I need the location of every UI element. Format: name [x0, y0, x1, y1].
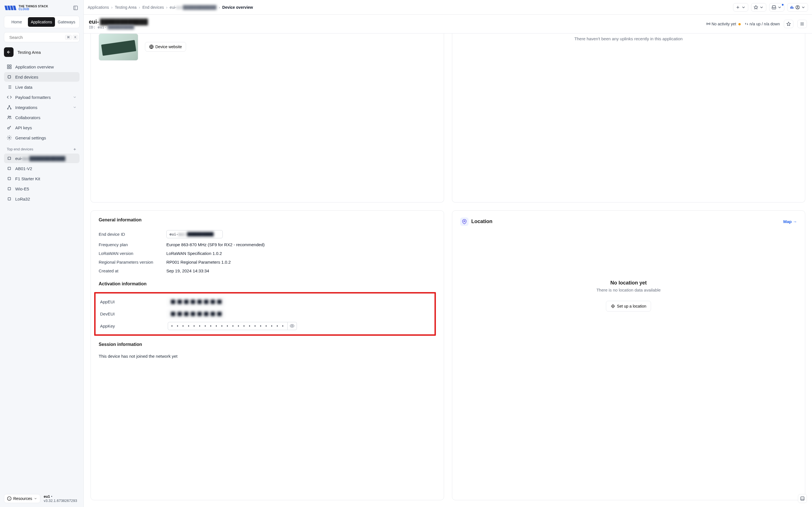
info-row-freq: Frequency plan Europe 863-870 MHz (SF9 f…: [99, 240, 436, 249]
star-button[interactable]: [751, 3, 766, 11]
sidebar-item-collaborators[interactable]: Collaborators: [4, 113, 80, 122]
logo-row: THE THINGS STACK CLOUD: [4, 4, 80, 12]
tab-gateways[interactable]: Gateways: [55, 17, 78, 27]
location-card: Location Map → No location yet There is …: [452, 210, 806, 501]
star-device-button[interactable]: [784, 20, 794, 28]
svg-point-66: [613, 305, 613, 306]
svg-rect-53: [793, 7, 794, 8]
general-info-title: General information: [99, 217, 436, 223]
menu-button[interactable]: [797, 20, 807, 28]
sidebar-item-label: Collaborators: [15, 115, 40, 120]
end-device-id-value[interactable]: eui-eui-████████████: [166, 230, 223, 238]
help-float-button[interactable]: [798, 494, 807, 503]
account-button[interactable]: [787, 3, 808, 11]
top-device-item[interactable]: LoRa32: [4, 194, 80, 204]
sidebar-item-integrations[interactable]: Integrations: [4, 103, 80, 112]
plus-icon: [735, 5, 740, 10]
context-name: Testing Area: [17, 50, 41, 55]
chevron-down-icon: [777, 5, 782, 10]
sidebar-item-overview[interactable]: Application overview: [4, 62, 80, 71]
broadcast-icon: [706, 22, 711, 26]
user-icon: [795, 5, 800, 10]
svg-point-55: [797, 6, 798, 7]
info-row-appkey: AppKey • • • • • • • • • • • • • • • • •…: [100, 320, 434, 332]
sidebar-item-live-data[interactable]: Live data: [4, 82, 80, 92]
breadcrumb-device[interactable]: eui-eui-████████████: [170, 5, 216, 10]
deveui-value[interactable]: ██ ██ ██ ██ ██ ██ ██ ██: [168, 310, 225, 318]
search-input[interactable]: [9, 35, 63, 40]
activation-highlight: AppEUI ██ ██ ██ ██ ██ ██ ██ ██ DevEUI ██…: [94, 292, 436, 336]
info-row-created: Created at Sep 19, 2024 14:33:34: [99, 267, 436, 275]
resources-button[interactable]: Resources: [4, 494, 40, 503]
svg-rect-38: [8, 167, 11, 170]
header-status: No activity yet n/a up / n/a down: [706, 20, 807, 28]
device-label: eui-eui-████████████: [15, 156, 65, 161]
sidebar-item-label: Live data: [15, 85, 33, 90]
chevron-down-icon: [759, 5, 764, 10]
tab-home[interactable]: Home: [5, 17, 28, 27]
topbar-actions: [733, 3, 808, 11]
updown-icon: [745, 22, 749, 26]
session-text: This device has not joined the network y…: [99, 353, 436, 358]
top-device-item[interactable]: F1 Starter Kit: [4, 174, 80, 183]
users-icon: [7, 115, 12, 120]
main: Applications › Testing Area › End device…: [84, 0, 812, 507]
sidebar-item-payload[interactable]: Payload formatters: [4, 93, 80, 102]
svg-rect-7: [7, 67, 9, 69]
add-button[interactable]: [733, 3, 748, 11]
sidebar-item-label: End devices: [15, 75, 38, 79]
chip-icon: [7, 176, 12, 181]
map-link[interactable]: Map →: [783, 219, 797, 224]
appeui-value[interactable]: ██ ██ ██ ██ ██ ██ ██ ██: [168, 298, 225, 306]
appkey-value[interactable]: • • • • • • • • • • • • • • • • • • • • …: [168, 322, 288, 330]
session-title: Session information: [99, 342, 436, 347]
plus-icon[interactable]: [73, 147, 77, 151]
sidebar-item-settings[interactable]: General settings: [4, 133, 80, 143]
chevron-down-icon: [73, 95, 77, 99]
device-website-button[interactable]: Device website: [145, 42, 186, 52]
sidebar-item-end-devices[interactable]: End devices: [4, 72, 80, 82]
breadcrumb-area[interactable]: Testing Area: [115, 5, 137, 10]
back-button[interactable]: [4, 47, 13, 57]
logo[interactable]: THE THINGS STACK CLOUD: [4, 4, 48, 11]
sidebar-nav: Application overview End devices Live da…: [4, 62, 80, 204]
top-device-item[interactable]: AB01-V2: [4, 164, 80, 173]
page-header: eui-████████████ ID: eui-████████████ No…: [84, 15, 812, 34]
top-device-item[interactable]: eui-eui-████████████: [4, 154, 80, 163]
svg-marker-57: [786, 22, 790, 25]
eye-icon: [290, 324, 294, 328]
breadcrumb-applications[interactable]: Applications: [88, 5, 109, 10]
rpv-value: RP001 Regional Parameters 1.0.2: [166, 260, 436, 265]
svg-rect-9: [8, 76, 11, 78]
star-icon: [754, 5, 758, 10]
search-box[interactable]: ⌘ K: [4, 32, 80, 42]
breadcrumb-end-devices[interactable]: End devices: [142, 5, 164, 10]
reveal-appkey-button[interactable]: [288, 322, 297, 330]
integration-icon: [7, 105, 12, 110]
location-title: Location: [460, 217, 493, 226]
svg-rect-8: [10, 67, 11, 69]
chip-icon: [7, 166, 12, 171]
inbox-button[interactable]: [769, 3, 784, 11]
tab-applications[interactable]: Applications: [28, 17, 55, 27]
chip-icon: [7, 156, 12, 161]
svg-rect-5: [7, 65, 9, 66]
page-title-block: eui-████████████ ID: eui-████████████: [89, 18, 148, 29]
info-row-appeui: AppEUI ██ ██ ██ ██ ██ ██ ██ ██: [100, 296, 434, 308]
chip-icon: [7, 186, 12, 191]
svg-rect-41: [8, 177, 11, 180]
sidebar-item-label: Application overview: [15, 64, 54, 69]
setup-location-button[interactable]: Set up a location: [606, 301, 651, 312]
svg-marker-50: [754, 5, 758, 9]
uplinks-card: There haven't been any uplinks recently …: [452, 34, 806, 203]
sidebar-item-api-keys[interactable]: API keys: [4, 123, 80, 132]
main-tabs: Home Applications Gateways: [4, 16, 80, 28]
sidebar-collapse-button[interactable]: [71, 4, 80, 12]
svg-point-63: [292, 325, 293, 327]
chevron-down-icon: [73, 105, 77, 109]
svg-point-25: [7, 108, 8, 109]
svg-rect-43: [8, 187, 11, 190]
svg-point-26: [10, 108, 11, 109]
top-device-item[interactable]: Wio-E5: [4, 184, 80, 193]
svg-point-30: [9, 137, 10, 138]
